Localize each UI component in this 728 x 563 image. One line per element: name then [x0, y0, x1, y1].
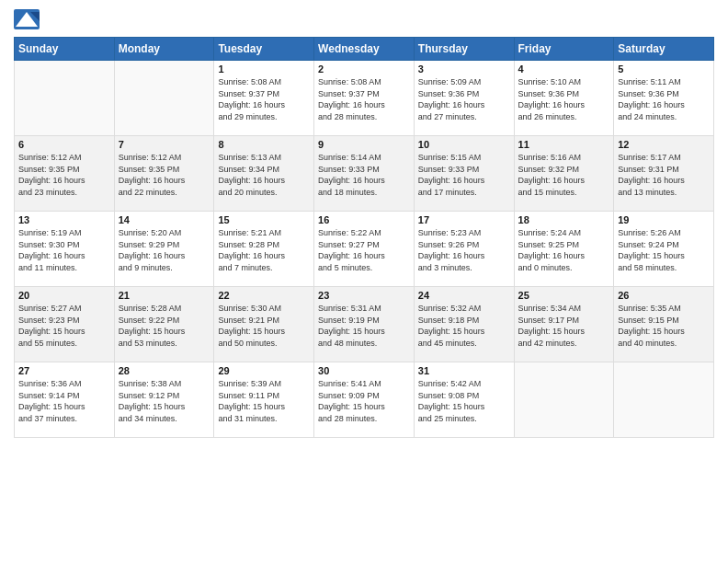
day-info: Sunrise: 5:26 AMSunset: 9:24 PMDaylight:… [618, 227, 710, 273]
calendar-cell: 26Sunrise: 5:35 AMSunset: 9:15 PMDayligh… [614, 287, 714, 362]
day-number: 31 [418, 365, 510, 376]
day-info: Sunrise: 5:19 AMSunset: 9:30 PMDaylight:… [18, 227, 110, 273]
logo [14, 9, 41, 29]
calendar-cell: 13Sunrise: 5:19 AMSunset: 9:30 PMDayligh… [15, 212, 115, 287]
day-info: Sunrise: 5:09 AMSunset: 9:36 PMDaylight:… [418, 76, 510, 122]
calendar-cell: 23Sunrise: 5:31 AMSunset: 9:19 PMDayligh… [314, 287, 415, 362]
day-number: 4 [518, 63, 610, 75]
day-info: Sunrise: 5:28 AMSunset: 9:22 PMDaylight:… [119, 303, 210, 349]
day-number: 15 [218, 214, 310, 225]
calendar-cell: 12Sunrise: 5:17 AMSunset: 9:31 PMDayligh… [614, 136, 714, 212]
calendar-cell: 1Sunrise: 5:08 AMSunset: 9:37 PMDaylight… [214, 61, 314, 136]
col-header-friday: Friday [514, 38, 614, 61]
day-info: Sunrise: 5:24 AMSunset: 9:25 PMDaylight:… [518, 227, 610, 273]
day-number: 7 [119, 139, 210, 150]
day-number: 1 [218, 63, 310, 75]
header [14, 9, 714, 29]
calendar-cell: 16Sunrise: 5:22 AMSunset: 9:27 PMDayligh… [314, 212, 415, 287]
calendar-cell: 7Sunrise: 5:12 AMSunset: 9:35 PMDaylight… [114, 136, 214, 212]
day-number: 26 [618, 290, 710, 301]
day-number: 16 [318, 214, 410, 225]
day-number: 30 [318, 365, 410, 376]
calendar-cell: 6Sunrise: 5:12 AMSunset: 9:35 PMDaylight… [15, 136, 115, 212]
calendar-cell [15, 61, 115, 136]
calendar-cell [114, 61, 214, 136]
day-info: Sunrise: 5:14 AMSunset: 9:33 PMDaylight:… [318, 152, 410, 198]
day-info: Sunrise: 5:16 AMSunset: 9:32 PMDaylight:… [518, 152, 610, 198]
day-info: Sunrise: 5:41 AMSunset: 9:09 PMDaylight:… [318, 378, 410, 424]
day-info: Sunrise: 5:10 AMSunset: 9:36 PMDaylight:… [518, 76, 610, 122]
calendar-cell: 27Sunrise: 5:36 AMSunset: 9:14 PMDayligh… [15, 362, 115, 438]
calendar-cell: 15Sunrise: 5:21 AMSunset: 9:28 PMDayligh… [214, 212, 314, 287]
day-number: 21 [119, 290, 210, 301]
calendar-cell: 8Sunrise: 5:13 AMSunset: 9:34 PMDaylight… [214, 136, 314, 212]
calendar-cell: 2Sunrise: 5:08 AMSunset: 9:37 PMDaylight… [314, 61, 415, 136]
day-info: Sunrise: 5:08 AMSunset: 9:37 PMDaylight:… [318, 76, 410, 122]
day-number: 6 [18, 139, 110, 150]
day-info: Sunrise: 5:08 AMSunset: 9:37 PMDaylight:… [218, 76, 310, 122]
calendar-cell: 22Sunrise: 5:30 AMSunset: 9:21 PMDayligh… [214, 287, 314, 362]
day-info: Sunrise: 5:34 AMSunset: 9:17 PMDaylight:… [518, 303, 610, 349]
calendar-cell: 28Sunrise: 5:38 AMSunset: 9:12 PMDayligh… [114, 362, 214, 438]
calendar-header-row: SundayMondayTuesdayWednesdayThursdayFrid… [15, 38, 714, 61]
day-number: 12 [618, 139, 710, 150]
logo-icon [14, 9, 40, 29]
day-number: 28 [119, 365, 210, 376]
calendar-cell: 21Sunrise: 5:28 AMSunset: 9:22 PMDayligh… [114, 287, 214, 362]
col-header-thursday: Thursday [414, 38, 514, 61]
calendar-cell: 31Sunrise: 5:42 AMSunset: 9:08 PMDayligh… [414, 362, 514, 438]
calendar-cell [514, 362, 614, 438]
day-number: 2 [318, 63, 410, 75]
day-info: Sunrise: 5:36 AMSunset: 9:14 PMDaylight:… [18, 378, 110, 424]
day-number: 14 [119, 214, 210, 225]
day-info: Sunrise: 5:13 AMSunset: 9:34 PMDaylight:… [218, 152, 310, 198]
week-row-4: 20Sunrise: 5:27 AMSunset: 9:23 PMDayligh… [15, 287, 714, 362]
calendar-cell: 30Sunrise: 5:41 AMSunset: 9:09 PMDayligh… [314, 362, 415, 438]
page: SundayMondayTuesdayWednesdayThursdayFrid… [0, 0, 728, 563]
day-info: Sunrise: 5:35 AMSunset: 9:15 PMDaylight:… [618, 303, 710, 349]
day-info: Sunrise: 5:12 AMSunset: 9:35 PMDaylight:… [119, 152, 210, 198]
calendar-cell: 20Sunrise: 5:27 AMSunset: 9:23 PMDayligh… [15, 287, 115, 362]
day-info: Sunrise: 5:27 AMSunset: 9:23 PMDaylight:… [18, 303, 110, 349]
calendar-cell: 11Sunrise: 5:16 AMSunset: 9:32 PMDayligh… [514, 136, 614, 212]
calendar-cell: 3Sunrise: 5:09 AMSunset: 9:36 PMDaylight… [414, 61, 514, 136]
day-number: 24 [418, 290, 510, 301]
day-info: Sunrise: 5:15 AMSunset: 9:33 PMDaylight:… [418, 152, 510, 198]
calendar-cell: 4Sunrise: 5:10 AMSunset: 9:36 PMDaylight… [514, 61, 614, 136]
col-header-tuesday: Tuesday [214, 38, 314, 61]
day-number: 18 [518, 214, 610, 225]
calendar-cell: 17Sunrise: 5:23 AMSunset: 9:26 PMDayligh… [414, 212, 514, 287]
calendar-cell: 14Sunrise: 5:20 AMSunset: 9:29 PMDayligh… [114, 212, 214, 287]
day-number: 27 [18, 365, 110, 376]
day-number: 22 [218, 290, 310, 301]
day-info: Sunrise: 5:32 AMSunset: 9:18 PMDaylight:… [418, 303, 510, 349]
week-row-1: 1Sunrise: 5:08 AMSunset: 9:37 PMDaylight… [15, 61, 714, 136]
day-number: 11 [518, 139, 610, 150]
week-row-3: 13Sunrise: 5:19 AMSunset: 9:30 PMDayligh… [15, 212, 714, 287]
day-number: 17 [418, 214, 510, 225]
day-number: 29 [218, 365, 310, 376]
week-row-5: 27Sunrise: 5:36 AMSunset: 9:14 PMDayligh… [15, 362, 714, 438]
day-info: Sunrise: 5:20 AMSunset: 9:29 PMDaylight:… [119, 227, 210, 273]
col-header-sunday: Sunday [15, 38, 115, 61]
calendar-cell: 18Sunrise: 5:24 AMSunset: 9:25 PMDayligh… [514, 212, 614, 287]
day-number: 10 [418, 139, 510, 150]
day-number: 25 [518, 290, 610, 301]
day-number: 3 [418, 63, 510, 75]
calendar-cell: 25Sunrise: 5:34 AMSunset: 9:17 PMDayligh… [514, 287, 614, 362]
calendar-cell [614, 362, 714, 438]
day-number: 19 [618, 214, 710, 225]
calendar-cell: 29Sunrise: 5:39 AMSunset: 9:11 PMDayligh… [214, 362, 314, 438]
day-number: 5 [618, 63, 710, 75]
col-header-monday: Monday [114, 38, 214, 61]
day-info: Sunrise: 5:12 AMSunset: 9:35 PMDaylight:… [18, 152, 110, 198]
day-info: Sunrise: 5:11 AMSunset: 9:36 PMDaylight:… [618, 76, 710, 122]
calendar-cell: 5Sunrise: 5:11 AMSunset: 9:36 PMDaylight… [614, 61, 714, 136]
day-number: 9 [318, 139, 410, 150]
day-info: Sunrise: 5:30 AMSunset: 9:21 PMDaylight:… [218, 303, 310, 349]
day-info: Sunrise: 5:21 AMSunset: 9:28 PMDaylight:… [218, 227, 310, 273]
day-number: 8 [218, 139, 310, 150]
day-info: Sunrise: 5:42 AMSunset: 9:08 PMDaylight:… [418, 378, 510, 424]
day-number: 13 [18, 214, 110, 225]
day-number: 20 [18, 290, 110, 301]
